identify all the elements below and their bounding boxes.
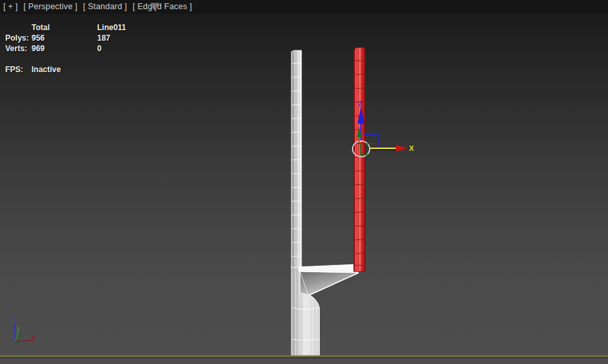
ledge-gusset — [300, 272, 358, 295]
world-z-axis — [15, 323, 16, 342]
gizmo-x-axis[interactable]: X — [370, 144, 414, 152]
selected-object-line011[interactable] — [354, 47, 365, 272]
gizmo-x-axis-label: X — [409, 144, 414, 152]
world-z-label: z — [12, 317, 16, 323]
world-y-label: y — [16, 325, 20, 332]
ground-plane-line — [0, 356, 608, 358]
upper-wall — [292, 51, 301, 268]
gizmo-x-arrowhead — [396, 145, 407, 152]
gizmo-z-axis-label: Z — [358, 100, 362, 108]
world-axis-tripod: z y x — [12, 317, 35, 342]
ledge-slab — [299, 264, 358, 273]
model-white-structure[interactable] — [292, 51, 358, 355]
viewport-3d[interactable]: [ + ] [ Perspective ] [ Standard ] [ Edg… — [0, 0, 608, 364]
world-y-axis — [15, 331, 19, 342]
scene-canvas[interactable]: Z X z y x — [0, 0, 608, 364]
world-x-label: x — [32, 334, 35, 340]
